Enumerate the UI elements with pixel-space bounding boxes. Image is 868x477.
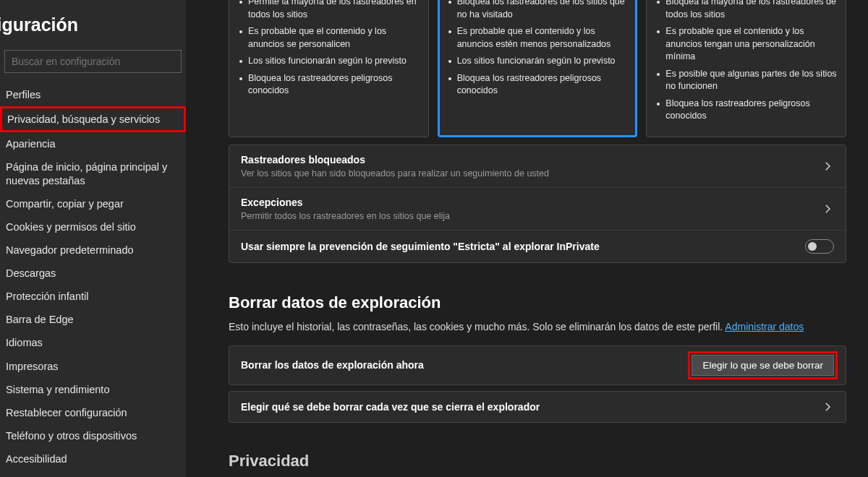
tracking-card-bullet: Bloquea los rastreadores de los sitios q… [447,0,629,23]
tracking-card-bullet: Es probable que el contenido y los anunc… [447,23,629,53]
tracking-card-2[interactable]: Bloquea la mayoría de los rastreadores d… [646,0,846,137]
settings-sidebar: nfiguración PerfilesPrivacidad, búsqueda… [0,0,187,477]
clear-data-desc: Esto incluye el historial, las contraseñ… [229,321,846,332]
search-container [4,50,182,73]
clear-now-title: Borrar los datos de exploración ahora [241,359,692,371]
tracking-card-bullet: Bloquea la mayoría de los rastreadores d… [655,0,837,23]
sidebar-item-4[interactable]: Compartir, copiar y pegar [0,192,186,215]
exceptions-row[interactable]: Excepciones Permitir todos los rastreado… [229,188,846,231]
tracking-card-list: Permite la mayoría de los rastreadores e… [238,0,420,100]
sidebar-item-14[interactable]: Teléfono y otros dispositivos [0,424,186,447]
sidebar-item-10[interactable]: Idiomas [0,331,186,354]
clear-on-close-row[interactable]: Elegir qué se debe borrar cada vez que s… [229,392,846,422]
sidebar-item-12[interactable]: Sistema y rendimiento [0,378,186,401]
tracking-card-bullet: Es probable que el contenido y los anunc… [238,23,420,53]
tracking-cards: Permite la mayoría de los rastreadores e… [229,0,846,137]
tracking-card-bullet: Es probable que el contenido y los anunc… [655,23,837,66]
tracking-card-0[interactable]: Permite la mayoría de los rastreadores e… [229,0,429,137]
main-content: Permite la mayoría de los rastreadores e… [187,0,868,477]
sidebar-item-8[interactable]: Protección infantil [0,285,186,308]
blocked-trackers-sub: Ver los sitios que han sido bloqueados p… [241,168,821,179]
privacy-heading: Privacidad [229,452,846,470]
sidebar-item-1[interactable]: Privacidad, búsqueda y servicios [0,106,186,132]
sidebar-item-2[interactable]: Apariencia [0,132,186,155]
tracking-settings: Rastreadores bloqueados Ver los sitios q… [229,145,846,263]
tracking-card-1[interactable]: Bloquea los rastreadores de los sitios q… [438,0,638,137]
inprivate-title: Usar siempre la prevención de seguimient… [241,241,805,252]
nav-list: PerfilesPrivacidad, búsqueda y servicios… [0,83,186,470]
tracking-card-bullet: Bloquea los rastreadores peligrosos cono… [655,95,837,125]
exceptions-title: Excepciones [241,197,821,208]
choose-what-to-clear-button[interactable]: Elegir lo que se debe borrar [692,355,834,376]
chevron-right-icon [821,160,834,173]
inprivate-row: Usar siempre la prevención de seguimient… [229,231,846,262]
clear-now-row: Borrar los datos de exploración ahora El… [229,346,846,384]
clear-on-close-section: Elegir qué se debe borrar cada vez que s… [229,391,846,423]
tracking-card-bullet: Bloquea los rastreadores peligrosos cono… [238,70,420,100]
chevron-right-icon [821,400,834,413]
sidebar-item-3[interactable]: Página de inicio, página principal y nue… [0,155,186,192]
manage-data-link[interactable]: Administrar datos [725,321,804,332]
tracking-card-bullet: Es posible que algunas partes de los sit… [655,66,837,95]
clear-data-heading: Borrar datos de exploración [229,293,846,312]
clear-data-desc-text: Esto incluye el historial, las contraseñ… [229,321,725,332]
sidebar-item-5[interactable]: Cookies y permisos del sitio [0,215,186,239]
blocked-trackers-title: Rastreadores bloqueados [241,154,821,166]
blocked-trackers-row[interactable]: Rastreadores bloqueados Ver los sitios q… [229,145,846,188]
tracking-card-list: Bloquea la mayoría de los rastreadores d… [655,0,837,125]
chevron-right-icon [821,202,834,215]
tracking-card-bullet: Los sitios funcionarán según lo previsto [238,53,420,70]
page-title: nfiguración [0,10,186,47]
inprivate-toggle[interactable] [805,239,834,254]
clear-on-close-title: Elegir qué se debe borrar cada vez que s… [241,401,821,413]
sidebar-item-11[interactable]: Impresoras [0,355,186,378]
clear-now-section: Borrar los datos de exploración ahora El… [229,345,846,385]
sidebar-item-0[interactable]: Perfiles [0,83,186,106]
tracking-card-bullet: Los sitios funcionarán según lo previsto [447,53,629,70]
toggle-knob [808,242,817,251]
sidebar-item-7[interactable]: Descargas [0,262,186,285]
sidebar-item-6[interactable]: Navegador predeterminado [0,239,186,262]
tracking-card-list: Bloquea los rastreadores de los sitios q… [447,0,629,100]
exceptions-sub: Permitir todos los rastreadores en los s… [241,211,821,221]
sidebar-item-15[interactable]: Accesibilidad [0,447,186,470]
search-input[interactable] [4,50,182,73]
tracking-card-bullet: Permite la mayoría de los rastreadores e… [238,0,420,23]
tracking-card-bullet: Bloquea los rastreadores peligrosos cono… [447,70,629,100]
sidebar-item-13[interactable]: Restablecer configuración [0,401,186,424]
sidebar-item-9[interactable]: Barra de Edge [0,308,186,331]
